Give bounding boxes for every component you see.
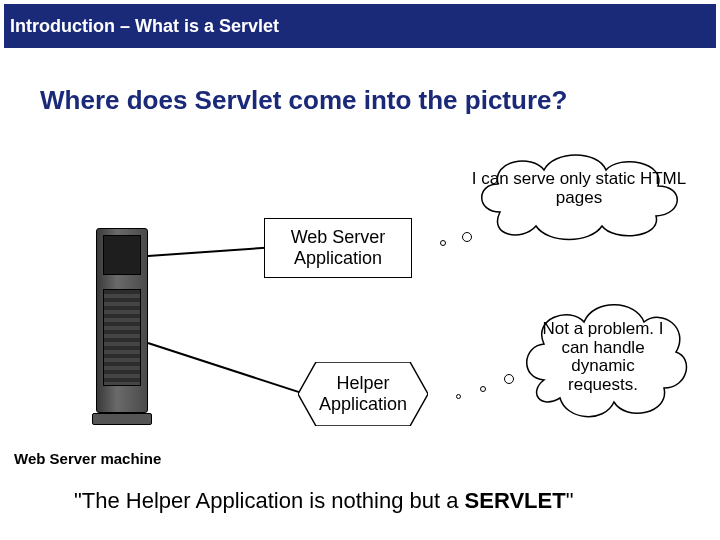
conclusion-text: "The Helper Application is nothing but a… — [74, 488, 573, 514]
thought-dot — [462, 232, 472, 242]
conclusion-prefix: "The Helper Application is nothing but a — [74, 488, 465, 513]
web-server-application-box: Web Server Application — [264, 218, 412, 278]
box-label: Web Server Application — [271, 227, 405, 268]
server-tower-icon — [96, 228, 148, 426]
box-label: Helper Application — [298, 373, 428, 414]
cloud-text: Not a problem. I can handle dynamic requ… — [518, 320, 688, 395]
conclusion-bold: SERVLET — [465, 488, 566, 513]
thought-dot — [504, 374, 514, 384]
server-caption: Web Server machine — [14, 450, 161, 467]
thought-dot — [456, 394, 461, 399]
thought-cloud-static: I can serve only static HTML pages — [470, 148, 688, 244]
helper-application-hexagon: Helper Application — [298, 362, 428, 426]
conclusion-suffix: " — [566, 488, 574, 513]
title-bar-text: Introduction – What is a Servlet — [10, 16, 279, 37]
thought-dot — [440, 240, 446, 246]
connector-line — [148, 247, 266, 257]
slide-heading: Where does Servlet come into the picture… — [40, 85, 567, 116]
thought-dot — [480, 386, 486, 392]
thought-cloud-dynamic: Not a problem. I can handle dynamic requ… — [518, 292, 688, 424]
slide: Introduction – What is a Servlet Where d… — [0, 0, 720, 540]
title-bar: Introduction – What is a Servlet — [4, 4, 716, 48]
cloud-text: I can serve only static HTML pages — [470, 170, 688, 207]
connector-line — [148, 342, 303, 394]
